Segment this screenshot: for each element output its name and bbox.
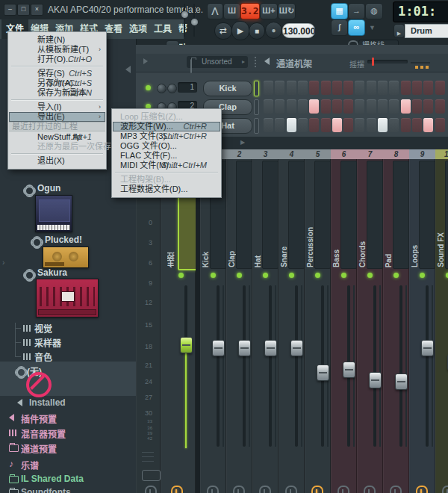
fader-track[interactable] (426, 285, 429, 447)
menu-item-退出-X-[interactable]: 退出(X) (9, 156, 105, 166)
browser-item-Sakura[interactable]: Sakura (37, 267, 67, 278)
browser-item-通道预置[interactable]: 通道预置 (21, 442, 57, 455)
step-cell[interactable] (298, 118, 308, 132)
master-volume-slider[interactable] (184, 4, 185, 37)
arm-icon[interactable] (442, 486, 448, 493)
step-cell[interactable] (389, 99, 399, 114)
step-cell[interactable] (412, 118, 422, 132)
channel-selector[interactable] (254, 81, 259, 96)
menu-item-导出-E-[interactable]: 导出(E)› (9, 112, 105, 122)
step-cell[interactable] (401, 99, 411, 114)
menu-item-MP3-文件-3-...[interactable]: MP3 文件(3)...Shift+Ctrl+R (113, 131, 220, 141)
browser-item-混音器预置[interactable]: 混音器预置 (21, 427, 66, 440)
step-cell[interactable] (412, 99, 422, 114)
browser-item-Installed[interactable]: Installed (29, 397, 66, 408)
step-cell[interactable] (309, 99, 319, 114)
mixer-track-snare[interactable]: Snare (279, 159, 305, 493)
menu-item-MIDI-文件-M-...[interactable]: MIDI 文件(M)...Shift+Ctrl+M (113, 161, 220, 170)
channel-button-kick[interactable]: Kick (203, 81, 252, 96)
fader-cap[interactable] (264, 340, 277, 356)
metronome-volume-button[interactable]: ◍ (365, 3, 383, 19)
step-cell[interactable] (378, 118, 388, 132)
arm-icon[interactable] (145, 486, 157, 493)
menu-item-保存为新副本[interactable]: 保存为新副本Ctrl+N (9, 88, 105, 98)
fader-cap[interactable] (212, 340, 225, 356)
browser-item-插件预置[interactable]: 插件预置 (21, 412, 57, 425)
song-loop-button[interactable]: ⇄ (214, 22, 232, 40)
browser-item-乐谱[interactable]: 乐谱 (21, 459, 39, 471)
channel-enable-led[interactable] (146, 85, 151, 90)
mixer-track-bass[interactable]: Bass (331, 159, 357, 493)
mixer-track-clap[interactable]: Clap (226, 159, 252, 493)
browser-speaker-icon[interactable] (125, 66, 131, 73)
channel-selector[interactable] (254, 99, 259, 115)
channel-pan-knob[interactable] (157, 84, 167, 93)
step-cell[interactable] (321, 99, 331, 114)
fader-cap[interactable] (290, 340, 303, 356)
menu-item-工程数据文件-D-...[interactable]: 工程数据文件(D)... (113, 185, 220, 194)
arm-icon[interactable] (416, 486, 428, 493)
step-cell[interactable] (378, 99, 388, 114)
pattern-picker-icon[interactable]: ▶ (393, 24, 405, 38)
fader-track[interactable] (217, 285, 220, 447)
step-cell[interactable] (343, 99, 353, 114)
fader-cap[interactable] (238, 340, 251, 356)
record-button[interactable]: ● (265, 22, 282, 39)
menu-item-另存为-A-...[interactable]: 另存为(A)...Shift+Ctrl+S (9, 78, 105, 88)
menu-item-FLAC-文件-F-...[interactable]: FLAC 文件(F)... (113, 151, 220, 161)
browser-item-音色[interactable]: 音色 (34, 350, 52, 363)
overdub-button[interactable]: Ш+ (260, 3, 278, 19)
step-cell[interactable] (343, 81, 353, 95)
step-cell[interactable] (389, 81, 399, 95)
master-volume-slider-cap[interactable] (181, 10, 189, 19)
step-cell[interactable] (355, 118, 364, 132)
step-cell[interactable] (309, 118, 319, 132)
menubar-item-帮助[interactable]: 帮助 (174, 19, 192, 39)
step-cell[interactable] (275, 118, 284, 132)
menu-item-波形文件-W-...[interactable]: 波形文件(W)...Ctrl+R (113, 122, 220, 131)
step-edit-button[interactable]: ▦ (331, 3, 348, 19)
mixer-track-master[interactable]: 主控 (161, 159, 196, 493)
swing-slider-marker[interactable] (372, 58, 374, 66)
step-cell[interactable] (298, 99, 308, 114)
fader-cap[interactable] (180, 337, 193, 353)
minimize-button[interactable]: ‒ (4, 4, 16, 16)
arm-icon[interactable] (337, 486, 349, 493)
fader-track[interactable] (399, 285, 402, 447)
mixer-track-loops[interactable]: Loops (409, 159, 435, 493)
channel-volume-knob[interactable] (167, 84, 177, 93)
menu-item-新建-N-[interactable]: 新建(N) (9, 35, 105, 45)
menu-item-保存-S-[interactable]: 保存(S)Ctrl+S (9, 69, 105, 78)
step-cell[interactable] (423, 81, 433, 95)
mixer-track-percussion[interactable]: Percussion (305, 159, 331, 493)
arm-icon[interactable] (207, 486, 219, 493)
channel-rack-dots-icon[interactable] (415, 58, 429, 72)
mixer-track-kick[interactable]: Kick (200, 159, 226, 493)
fader-cap[interactable] (317, 365, 329, 381)
browser-item-IL Shared Data[interactable]: IL Shared Data (21, 474, 84, 484)
menu-item-打开-O-...[interactable]: 打开(O)...Ctrl+O (9, 55, 105, 64)
step-cell[interactable] (435, 99, 445, 114)
step-cell[interactable] (332, 81, 342, 95)
step-cell[interactable] (343, 118, 353, 132)
browser-item-视觉[interactable]: 视觉 (34, 322, 52, 335)
step-cell[interactable] (275, 99, 284, 114)
menubar-item-选项[interactable]: 选项 (125, 19, 152, 39)
menu-item-从模板新建-T-[interactable]: 从模板新建(T)› (9, 45, 105, 55)
menu-item-OGG-文件-O-...[interactable]: OGG 文件(O)... (113, 141, 220, 151)
fader-cap[interactable] (369, 372, 382, 388)
mixer-menu-icon[interactable]: ▶ (240, 139, 245, 146)
step-cell[interactable] (423, 118, 433, 132)
browser-item-Soundfonts[interactable]: Soundfonts (21, 487, 71, 493)
step-cell[interactable] (321, 118, 331, 132)
arm-icon[interactable] (171, 486, 183, 493)
arm-icon[interactable] (259, 486, 271, 493)
arrow-tool-button[interactable]: → (348, 3, 365, 19)
arm-icon[interactable] (364, 486, 376, 493)
step-cell[interactable] (264, 99, 273, 114)
wait-for-input-button[interactable]: Ш (223, 3, 240, 19)
sakura-thumbnail[interactable] (36, 279, 99, 317)
fader-track[interactable] (373, 285, 376, 447)
step-cell[interactable] (321, 81, 331, 95)
tempo-display[interactable]: 130.000 (282, 23, 315, 38)
